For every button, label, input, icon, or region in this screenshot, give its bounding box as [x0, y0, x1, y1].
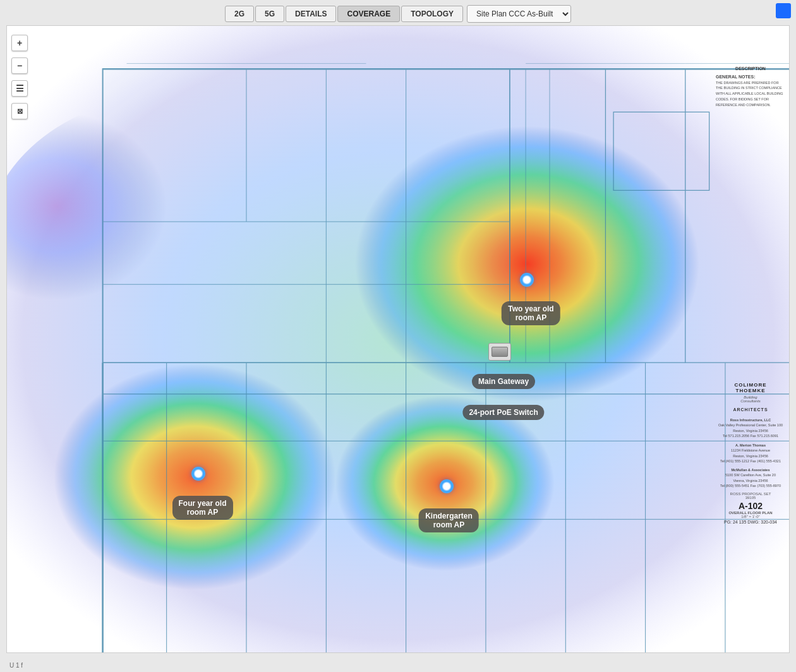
gateway-icon	[488, 343, 511, 361]
svg-point-1	[7, 97, 350, 410]
ap1-label: Two year old room AP	[502, 301, 560, 325]
btn-coverage[interactable]: COVERAGE	[338, 6, 401, 22]
map-controls: + − ☰ ⊠	[11, 35, 28, 119]
gateway-label: Main Gateway	[472, 374, 535, 389]
btn-details[interactable]: DETAILS	[286, 6, 336, 22]
ap2-label: Four year old room AP	[172, 496, 232, 520]
title-block: DESCRIPTION GENERAL NOTES: THE DRAWINGS …	[713, 65, 788, 524]
toolbar: 2G 5G DETAILS COVERAGE TOPOLOGY Site Pla…	[225, 5, 571, 23]
svg-rect-3	[7, 26, 789, 652]
btn-topology[interactable]: TOPOLOGY	[401, 6, 463, 22]
btn-5g[interactable]: 5G	[255, 6, 284, 22]
ap3-label: Kindergarten room AP	[419, 508, 479, 532]
zoom-out-button[interactable]: −	[11, 57, 28, 74]
svg-rect-26	[613, 112, 709, 190]
bottom-text: U 1 f	[9, 662, 23, 669]
home-button[interactable]: ⊠	[11, 103, 28, 119]
svg-rect-0	[7, 26, 789, 652]
switch-label: 24-port PoE Switch	[462, 405, 544, 420]
map-container: Two year old room AP Four year old room …	[6, 25, 790, 653]
app-icon	[776, 3, 791, 18]
ap1-dot[interactable]	[520, 273, 534, 287]
svg-rect-4	[7, 26, 789, 652]
svg-rect-2	[7, 26, 789, 652]
site-plan-select[interactable]: Site Plan CCC As-Built Site Plan Default…	[467, 5, 571, 23]
ap3-dot[interactable]	[440, 479, 454, 493]
ap2-dot[interactable]	[191, 467, 205, 481]
svg-rect-33	[103, 69, 510, 363]
layers-button[interactable]: ☰	[11, 80, 28, 97]
svg-rect-5	[103, 69, 789, 652]
btn-2g[interactable]: 2G	[225, 6, 254, 22]
zoom-in-button[interactable]: +	[11, 35, 28, 51]
